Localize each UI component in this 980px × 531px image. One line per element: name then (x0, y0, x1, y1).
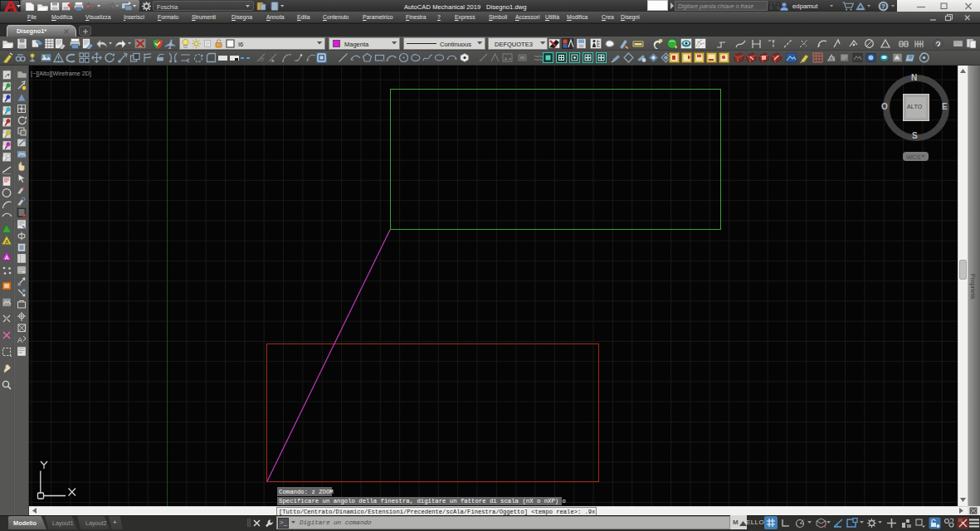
svg-text:JT: JT (260, 57, 265, 62)
svg-text:A: A (5, 255, 9, 261)
svg-text:?: ? (881, 2, 885, 10)
svg-text:2D: 2D (829, 56, 835, 61)
svg-text:A: A (5, 239, 9, 245)
svg-text:A: A (505, 56, 508, 61)
svg-text:A: A (17, 336, 22, 344)
